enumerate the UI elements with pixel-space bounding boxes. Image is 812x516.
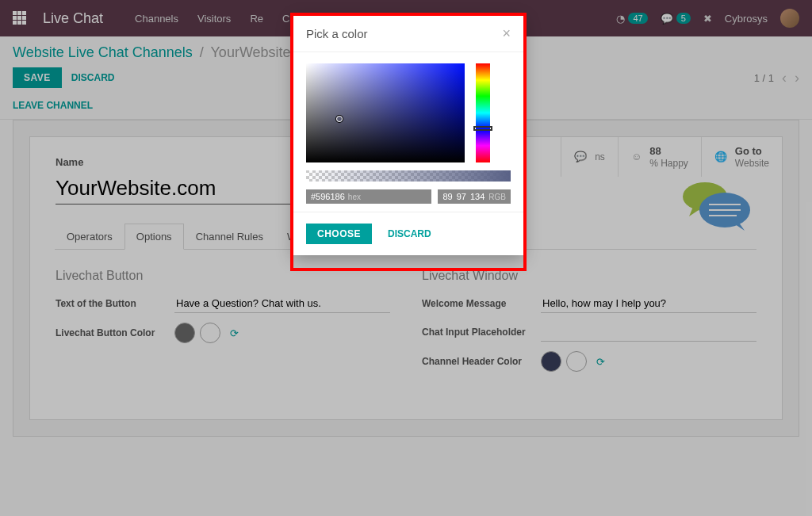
modal-discard-button[interactable]: DISCARD <box>378 224 441 244</box>
rgb-display[interactable]: 89 97 134 RGB <box>438 189 511 204</box>
saturation-cursor[interactable] <box>336 116 343 122</box>
choose-button[interactable]: CHOOSE <box>306 224 372 244</box>
hex-display[interactable]: #596186 hex <box>306 189 431 204</box>
rgb-g: 97 <box>457 192 466 201</box>
hue-cursor[interactable] <box>473 126 492 131</box>
close-icon[interactable]: × <box>502 25 511 42</box>
saturation-panel[interactable] <box>306 63 465 162</box>
hue-slider[interactable] <box>476 63 490 162</box>
rgb-b: 134 <box>470 192 485 201</box>
color-picker-modal: Pick a color × #596186 hex 89 97 134 RGB <box>293 16 523 255</box>
modal-title: Pick a color <box>306 27 368 40</box>
alpha-slider[interactable] <box>306 170 511 182</box>
rgb-r: 89 <box>442 192 452 201</box>
hex-value: #596186 <box>311 192 345 201</box>
hex-tag: hex <box>348 193 361 201</box>
rgb-tag: RGB <box>488 193 506 201</box>
